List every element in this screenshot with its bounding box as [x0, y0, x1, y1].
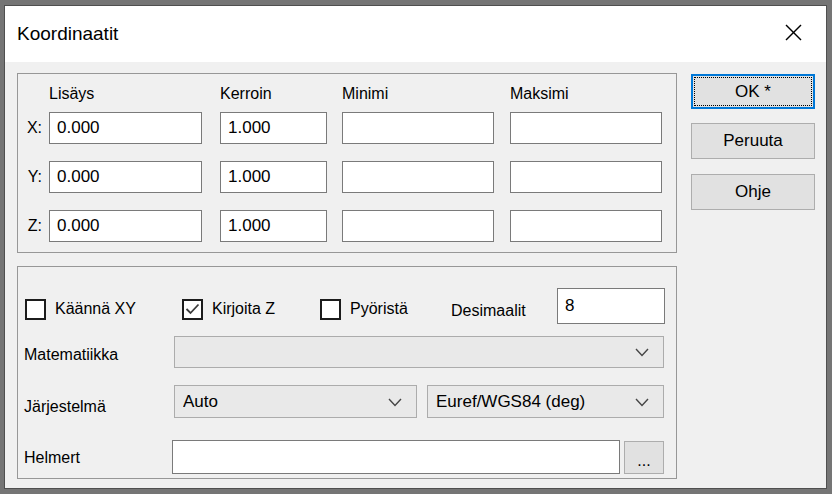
checkbox-box[interactable]	[182, 299, 203, 320]
jarjestelma-dropdown[interactable]: Auto	[174, 385, 417, 418]
desimaalit-label: Desimaalit	[451, 302, 526, 320]
helmert-input[interactable]	[172, 440, 620, 474]
row-label-z: Z:	[20, 217, 42, 235]
chevron-down-icon	[388, 393, 402, 411]
checkbox-kirjoita-z[interactable]: Kirjoita Z	[182, 298, 275, 320]
checkbox-label: Käännä XY	[55, 300, 136, 318]
checkbox-label: Kirjoita Z	[212, 300, 275, 318]
matematiikka-label: Matematiikka	[24, 346, 118, 364]
dialog-title: Koordinaatit	[17, 23, 118, 45]
checkbox-pyorista[interactable]: Pyöristä	[320, 298, 408, 320]
datum-value: Euref/WGS84 (deg)	[436, 392, 629, 412]
z-kerroin-input[interactable]	[220, 210, 327, 242]
column-header-minimi: Minimi	[342, 85, 388, 103]
jarjestelma-value: Auto	[183, 392, 382, 412]
koordinaatit-dialog: Koordinaatit Lisäys Kerroin Minimi Maksi…	[4, 5, 827, 489]
help-button[interactable]: Ohje	[691, 174, 815, 210]
chevron-down-icon	[635, 393, 649, 411]
column-header-kerroin: Kerroin	[220, 85, 272, 103]
options-group: Käännä XY Kirjoita Z Pyöristä Desimaalit…	[17, 266, 677, 479]
y-lisays-input[interactable]	[49, 161, 202, 193]
cancel-button[interactable]: Peruuta	[691, 123, 815, 159]
z-minimi-input[interactable]	[342, 210, 494, 242]
datum-dropdown[interactable]: Euref/WGS84 (deg)	[427, 385, 664, 418]
checkbox-box[interactable]	[25, 299, 46, 320]
close-button[interactable]	[760, 6, 826, 62]
y-kerroin-input[interactable]	[220, 161, 327, 193]
desimaalit-input[interactable]	[557, 288, 665, 324]
coordinates-group: Lisäys Kerroin Minimi Maksimi X: Y: Z:	[17, 73, 677, 253]
check-icon	[185, 303, 200, 315]
x-minimi-input[interactable]	[342, 112, 494, 144]
chevron-down-icon	[635, 343, 649, 361]
helmert-browse-button[interactable]: ...	[624, 441, 664, 474]
y-maksimi-input[interactable]	[510, 161, 662, 193]
ellipsis-label: ...	[637, 458, 650, 464]
column-header-lisays: Lisäys	[49, 85, 94, 103]
checkbox-label: Pyöristä	[350, 300, 408, 318]
row-label-y: Y:	[20, 168, 42, 186]
x-lisays-input[interactable]	[49, 112, 202, 144]
row-label-x: X:	[20, 119, 42, 137]
helmert-label: Helmert	[24, 449, 80, 467]
checkbox-box[interactable]	[320, 299, 341, 320]
checkbox-kaanna-xy[interactable]: Käännä XY	[25, 298, 136, 320]
x-kerroin-input[interactable]	[220, 112, 327, 144]
matematiikka-dropdown[interactable]	[174, 336, 664, 368]
ok-button[interactable]: OK *	[691, 74, 815, 109]
column-header-maksimi: Maksimi	[510, 85, 569, 103]
titlebar[interactable]: Koordinaatit	[5, 6, 826, 62]
close-icon	[784, 23, 803, 46]
x-maksimi-input[interactable]	[510, 112, 662, 144]
jarjestelma-label: Järjestelmä	[24, 398, 106, 416]
z-maksimi-input[interactable]	[510, 210, 662, 242]
y-minimi-input[interactable]	[342, 161, 494, 193]
z-lisays-input[interactable]	[49, 210, 202, 242]
